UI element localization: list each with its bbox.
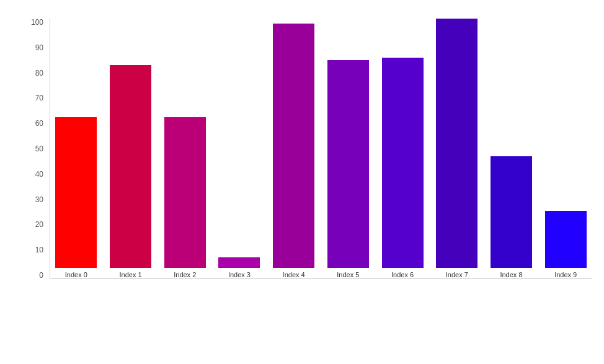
y-tick: 80 xyxy=(35,69,43,77)
y-tick: 90 xyxy=(35,44,43,51)
bar-label: Index 6 xyxy=(391,271,414,278)
chart-container: 0102030405060708090100 Index 0Index 1Ind… xyxy=(0,12,604,335)
bar-label: Index 4 xyxy=(283,271,305,278)
y-tick: 20 xyxy=(35,221,43,228)
bar-group: Index 3 xyxy=(213,19,265,278)
y-tick: 70 xyxy=(35,94,43,102)
bar-label: Index 8 xyxy=(500,271,522,278)
chart-area: 0102030405060708090100 Index 0Index 1Ind… xyxy=(31,19,592,298)
bar-group: Index 6 xyxy=(376,19,429,278)
y-tick: 100 xyxy=(31,19,43,26)
bar-group: Index 1 xyxy=(105,19,157,278)
bar xyxy=(164,117,206,268)
bar xyxy=(491,156,532,268)
bar-label: Index 5 xyxy=(337,271,359,278)
bar-label: Index 0 xyxy=(65,271,87,278)
y-axis: 0102030405060708090100 xyxy=(31,19,47,279)
bar-group: Index 8 xyxy=(486,19,538,278)
bar-group: Index 9 xyxy=(540,19,592,278)
bar xyxy=(436,19,477,268)
bar xyxy=(545,211,587,268)
bar xyxy=(382,58,424,268)
bar xyxy=(55,117,97,268)
bar-label: Index 7 xyxy=(446,271,468,278)
bar-group: Index 0 xyxy=(50,19,102,278)
bar-label: Index 2 xyxy=(174,271,196,278)
bar-label: Index 3 xyxy=(228,271,251,278)
bars-wrapper: Index 0Index 1Index 2Index 3Index 4Index… xyxy=(50,19,592,279)
y-tick: 0 xyxy=(39,272,43,279)
y-tick: 10 xyxy=(35,246,43,254)
y-tick: 40 xyxy=(35,171,43,178)
y-tick: 60 xyxy=(35,120,43,127)
y-tick: 30 xyxy=(35,196,43,203)
bar-group: Index 7 xyxy=(431,19,483,278)
bar xyxy=(327,60,369,268)
bar xyxy=(218,257,260,268)
bar-group: Index 2 xyxy=(159,19,211,278)
bar xyxy=(273,24,314,268)
y-tick: 50 xyxy=(35,145,43,153)
page-title xyxy=(0,0,604,12)
bar-label: Index 9 xyxy=(554,271,577,278)
bar xyxy=(110,65,151,268)
bar-label: Index 1 xyxy=(120,271,142,278)
bar-group: Index 5 xyxy=(322,19,375,278)
bar-group: Index 4 xyxy=(268,19,320,278)
